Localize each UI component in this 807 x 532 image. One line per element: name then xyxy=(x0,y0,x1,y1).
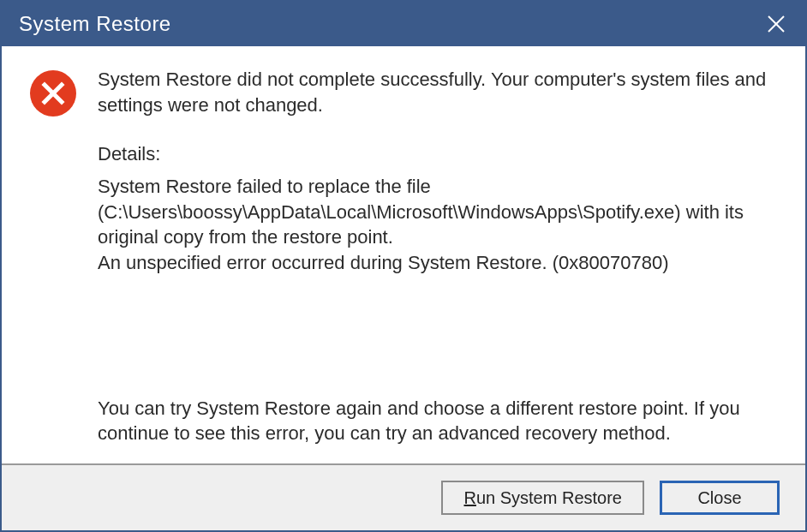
icon-column xyxy=(27,67,79,455)
error-icon xyxy=(30,70,76,117)
run-rest: un System Restore xyxy=(476,488,622,507)
run-system-restore-button[interactable]: Run System Restore xyxy=(441,481,644,515)
titlebar: System Restore xyxy=(2,2,805,46)
details-body: System Restore failed to replace the fil… xyxy=(98,174,780,276)
summary-text: System Restore did not complete successf… xyxy=(98,67,780,117)
window-title: System Restore xyxy=(19,12,171,36)
close-icon[interactable] xyxy=(757,5,795,43)
run-mnemonic: R xyxy=(463,488,475,507)
message-column: System Restore did not complete successf… xyxy=(98,67,780,455)
close-label: Close xyxy=(697,488,741,508)
advice-text: You can try System Restore again and cho… xyxy=(98,396,780,446)
close-button[interactable]: Close xyxy=(660,481,780,515)
dialog-body: System Restore did not complete successf… xyxy=(2,46,805,463)
dialog-footer: Run System Restore Close xyxy=(2,463,805,530)
system-restore-dialog: System Restore System Restore did not co… xyxy=(0,0,807,532)
details-label: Details: xyxy=(98,141,780,167)
